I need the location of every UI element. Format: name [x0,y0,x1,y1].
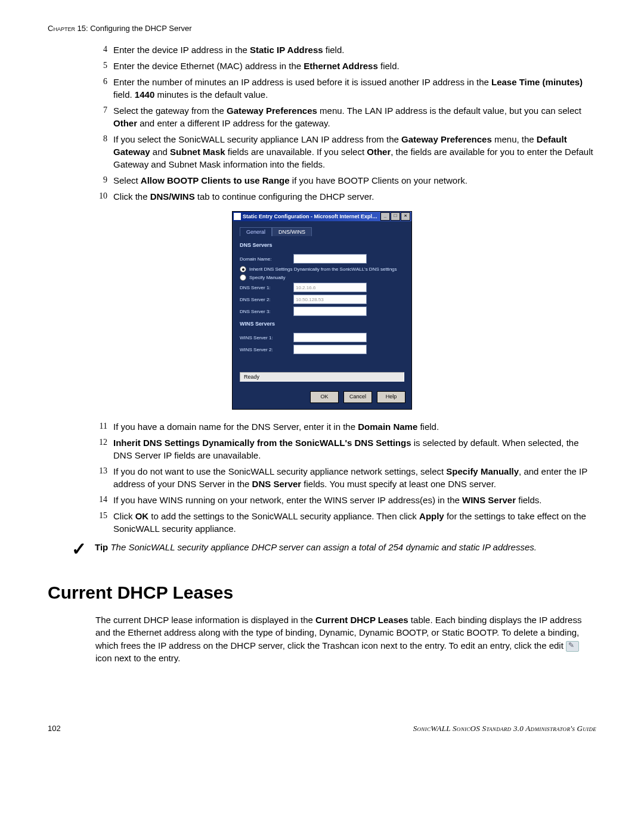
dialog-title: Static Entry Configuration - Microsoft I… [243,213,380,219]
step-text: If you do not want to use the SonicWALL … [113,465,596,490]
step-text: Select Allow BOOTP Clients to use Range … [113,174,596,187]
minimize-button[interactable]: _ [380,212,390,221]
step-text: If you have a domain name for the DNS Se… [113,420,596,433]
step-text: Inherit DNS Settings Dynamically from th… [113,436,596,462]
step-number: 8 [95,133,107,171]
step-number: 15 [95,510,107,535]
steps-list-b: 11If you have a domain name for the DNS … [95,420,596,535]
wins1-label: WINS Server 1: [240,335,293,340]
step-number: 12 [95,436,107,462]
dns-servers-heading: DNS Servers [240,242,404,248]
status-bar: Ready [240,372,404,382]
radio-manual[interactable] [240,274,246,281]
maximize-button[interactable]: □ [391,212,400,221]
edit-icon [566,641,579,652]
step-text: Click OK to add the settings to the Soni… [113,510,596,535]
page-footer: 102 SonicWALL SonicOS Standard 3.0 Admin… [48,724,596,733]
guide-title: SonicWALL SonicOS Standard 3.0 Administr… [413,724,596,733]
radio-inherit[interactable] [240,266,246,272]
tab-dnswins[interactable]: DNS/WINS [272,227,312,236]
step-number: 7 [95,104,107,129]
step-item: 9Select Allow BOOTP Clients to use Range… [95,174,596,187]
step-item: 15Click OK to add the settings to the So… [95,510,596,535]
tip-block: ✓ Tip The SonicWALL security appliance D… [72,542,596,556]
close-button[interactable]: × [401,212,410,221]
step-number: 10 [95,190,107,203]
dns3-label: DNS Server 3: [240,309,293,314]
step-number: 14 [95,494,107,506]
step-text: Enter the number of minutes an IP addres… [113,76,596,101]
help-button[interactable]: Help [377,391,405,403]
cancel-button[interactable]: Cancel [343,391,372,403]
dialog-screenshot: Static Entry Configuration - Microsoft I… [48,211,596,410]
section-heading: Current DHCP Leases [48,583,596,603]
tab-general[interactable]: General [240,227,272,236]
ok-button[interactable]: OK [310,391,339,403]
wins1-input[interactable] [293,333,367,342]
step-item: 14If you have WINS running on your netwo… [95,494,596,506]
step-number: 4 [95,44,107,56]
radio-manual-label: Specify Manually [249,275,285,280]
step-number: 13 [95,465,107,490]
step-item: 11If you have a domain name for the DNS … [95,420,596,433]
page-number: 102 [48,724,61,733]
step-item: 5Enter the device Ethernet (MAC) address… [95,60,596,72]
wins2-label: WINS Server 2: [240,347,293,352]
checkmark-icon: ✓ [72,542,86,556]
step-item: 12Inherit DNS Settings Dynamically from … [95,436,596,462]
step-item: 4Enter the device IP address in the Stat… [95,44,596,56]
step-text: Enter the device IP address in the Stati… [113,44,596,56]
dns1-label: DNS Server 1: [240,285,293,290]
domain-name-label: Domain Name: [240,256,293,262]
step-item: 6Enter the number of minutes an IP addre… [95,76,596,101]
dns1-input[interactable] [293,283,367,292]
radio-inherit-label: Inherit DNS Settings Dynamically from th… [249,267,397,272]
step-item: 8If you select the SonicWALL security ap… [95,133,596,171]
step-text: Click the DNS/WINS tab to continue confi… [113,190,596,203]
step-text: Enter the device Ethernet (MAC) address … [113,60,596,72]
steps-list-a: 4Enter the device IP address in the Stat… [95,44,596,203]
step-number: 9 [95,174,107,187]
dns2-label: DNS Server 2: [240,297,293,302]
step-text: Select the gateway from the Gateway Pref… [113,104,596,129]
dns2-input[interactable] [293,295,367,304]
chapter-header: Chapter 15: Configuring the DHCP Server [48,24,596,33]
wins-servers-heading: WINS Servers [240,321,404,327]
step-item: 7Select the gateway from the Gateway Pre… [95,104,596,129]
step-number: 6 [95,76,107,101]
dialog-titlebar: Static Entry Configuration - Microsoft I… [233,212,411,221]
dns3-input[interactable] [293,306,367,316]
step-item: 13If you do not want to use the SonicWAL… [95,465,596,490]
static-entry-dialog: Static Entry Configuration - Microsoft I… [232,211,412,410]
tip-label: Tip [95,542,108,552]
ie-icon [234,213,241,220]
step-text: If you select the SonicWALL security app… [113,133,596,171]
step-item: 10Click the DNS/WINS tab to continue con… [95,190,596,203]
domain-name-input[interactable] [293,254,367,264]
tip-text: The SonicWALL security appliance DHCP se… [110,542,537,552]
step-number: 11 [95,420,107,433]
step-text: If you have WINS running on your network… [113,494,596,506]
step-number: 5 [95,60,107,72]
wins2-input[interactable] [293,345,367,354]
leases-paragraph: The current DHCP lease information is di… [95,614,596,664]
